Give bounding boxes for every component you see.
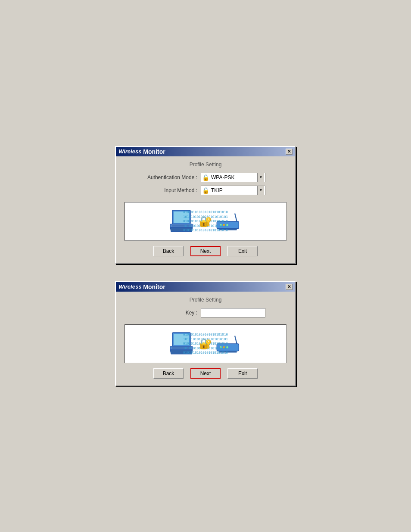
auth-mode-row: Authentication Mode : 🔒 WPA-PSK ▼ [121, 173, 290, 182]
auth-mode-value: WPA-PSK [211, 174, 257, 180]
dialog-content-2: Profile Setting Key : 0101010101010 [116, 292, 295, 386]
illustration-1: 01010101010101010101010 1010101010101010… [125, 202, 286, 240]
title-wireless-2: Wireless [118, 283, 141, 290]
key-input[interactable] [201, 308, 265, 317]
title-monitor-2: Monitor [143, 283, 165, 290]
network-image-2: 01010101010101010101010 1010101010101010… [125, 324, 286, 363]
exit-button-2[interactable]: Exit [227, 368, 258, 379]
next-button-2[interactable]: Next [190, 368, 221, 379]
next-button-1[interactable]: Next [190, 246, 221, 256]
input-method-label: Input Method : [146, 187, 197, 193]
input-lock-icon: 🔒 [202, 187, 209, 194]
button-row-1: Back Next Exit [121, 246, 290, 256]
input-method-value: TKIP [211, 187, 257, 193]
dialog-1: Wireless Monitor ✕ Profile Setting Authe… [115, 146, 296, 264]
title-monitor-1: Monitor [143, 148, 165, 155]
auth-mode-arrow[interactable]: ▼ [257, 173, 264, 182]
input-method-row: Input Method : 🔒 TKIP ▼ [121, 186, 290, 195]
illustration-2: 01010101010101010101010 1010101010101010… [125, 325, 286, 363]
center-lock-icon-2: 🔐 [199, 338, 212, 350]
auth-lock-icon: 🔒 [202, 174, 209, 181]
close-button-2[interactable]: ✕ [286, 284, 293, 290]
exit-button-1[interactable]: Exit [227, 246, 258, 256]
auth-mode-select[interactable]: 🔒 WPA-PSK ▼ [201, 173, 265, 182]
title-bar-2: Wireless Monitor ✕ [116, 282, 295, 292]
back-button-2[interactable]: Back [153, 368, 184, 379]
close-button-1[interactable]: ✕ [286, 149, 293, 155]
title-wireless-1: Wireless [118, 148, 141, 155]
network-image-1: 01010101010101010101010 1010101010101010… [125, 202, 286, 241]
auth-mode-label: Authentication Mode : [146, 174, 197, 180]
key-label: Key : [146, 310, 197, 316]
center-lock-icon-1: 🔐 [199, 215, 212, 227]
dialog-content-1: Profile Setting Authentication Mode : 🔒 … [116, 156, 295, 263]
section-title-1: Profile Setting [121, 162, 290, 168]
title-bar-1: Wireless Monitor ✕ [116, 147, 295, 156]
title-text-1: Wireless Monitor [118, 148, 165, 155]
input-method-arrow[interactable]: ▼ [257, 186, 264, 195]
key-row: Key : [121, 308, 290, 317]
button-row-2: Back Next Exit [121, 368, 290, 379]
input-method-select[interactable]: 🔒 TKIP ▼ [201, 186, 265, 195]
back-button-1[interactable]: Back [153, 246, 184, 256]
section-title-2: Profile Setting [121, 297, 290, 303]
title-text-2: Wireless Monitor [118, 283, 165, 290]
dialog-2: Wireless Monitor ✕ Profile Setting Key : [115, 281, 296, 386]
